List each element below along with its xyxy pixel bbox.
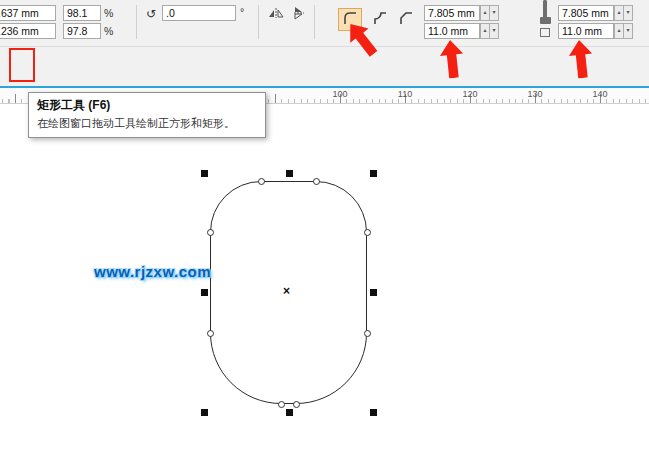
corner-tl-spinner[interactable]: ▴ ▾ [481, 5, 499, 21]
lock-icon [540, 2, 551, 24]
tooltip-title: 矩形工具 (F6) [37, 97, 257, 114]
spinner-down-button[interactable]: ▾ [623, 5, 633, 21]
watermark-text: www.rjzxw.com [94, 263, 211, 280]
separator [136, 5, 137, 39]
chamfered-corner-button[interactable] [394, 8, 418, 31]
rotation-angle-field[interactable]: .0 [162, 5, 236, 21]
tooltip-body: 在绘图窗口拖动工具绘制正方形和矩形。 [37, 116, 257, 131]
tooltip: 矩形工具 (F6) 在绘图窗口拖动工具绘制正方形和矩形。 [28, 92, 266, 138]
percent-label: % [104, 25, 113, 37]
corner-radius-top-right-field[interactable]: 7.805 mm [558, 5, 614, 21]
relative-corner-scaling-icon [540, 28, 550, 37]
curve-node[interactable] [207, 229, 214, 236]
edit-corners-together-lock-button[interactable] [536, 4, 554, 22]
selection-handle[interactable] [370, 170, 377, 177]
selection-handle[interactable] [286, 170, 293, 177]
selection-handle[interactable] [370, 289, 377, 296]
scale-y-field[interactable]: 97.8 [63, 23, 101, 39]
object-position-x-field[interactable]: .637 mm [0, 5, 56, 21]
corner-bl-spinner[interactable]: ▴ ▾ [481, 23, 499, 39]
scalloped-corner-button[interactable] [368, 8, 392, 31]
spinner-down-button[interactable]: ▾ [623, 23, 633, 39]
mirror-vertical-button[interactable] [289, 6, 309, 23]
ruler-label: 130 [527, 89, 542, 99]
ruler-label: 120 [462, 89, 477, 99]
curve-node[interactable] [313, 178, 320, 185]
selection-handle[interactable] [370, 409, 377, 416]
toolbox: 字 [0, 46, 649, 86]
mirror-horizontal-icon [268, 7, 284, 22]
curve-node[interactable] [258, 178, 265, 185]
curve-node[interactable] [293, 401, 300, 408]
corner-radius-bottom-right-field[interactable]: 11.0 mm [558, 23, 614, 39]
ruler-label: 100 [332, 89, 347, 99]
red-arrow-annotation [567, 39, 595, 79]
corner-radius-top-left-field[interactable]: 7.805 mm [424, 5, 480, 21]
ruler-label: 140 [592, 89, 607, 99]
scale-x-field[interactable]: 98.1 [63, 5, 101, 21]
degree-label: ° [240, 6, 244, 18]
selection-handle[interactable] [201, 170, 208, 177]
selection-handle[interactable] [286, 409, 293, 416]
rectangle-tool-highlight-annotation [9, 48, 35, 82]
rotation-icon: ↺ [146, 7, 156, 21]
separator [258, 5, 259, 39]
selection-handle[interactable] [201, 289, 208, 296]
chamfered-corner-icon [399, 11, 413, 28]
percent-label: % [104, 7, 113, 19]
corner-br-spinner[interactable]: ▴ ▾ [615, 23, 633, 39]
mirror-horizontal-button[interactable] [266, 6, 286, 23]
spinner-down-button[interactable]: ▾ [489, 23, 499, 39]
selection-handle[interactable] [201, 409, 208, 416]
property-bar: .637 mm .236 mm 98.1 97.8 % % ↺ .0 ° [0, 0, 649, 46]
scalloped-corner-icon [373, 11, 387, 28]
app-window: .637 mm .236 mm 98.1 97.8 % % ↺ .0 ° [0, 0, 649, 468]
object-position-y-field[interactable]: .236 mm [0, 23, 56, 39]
drawing-canvas[interactable]: × www.rjzxw.com [0, 104, 649, 468]
red-arrow-annotation [438, 39, 466, 79]
rotation-center-marker[interactable]: × [283, 284, 290, 298]
curve-node[interactable] [364, 330, 371, 337]
mirror-vertical-icon [293, 6, 305, 23]
corner-tr-spinner[interactable]: ▴ ▾ [615, 5, 633, 21]
separator [314, 5, 315, 39]
curve-node[interactable] [207, 330, 214, 337]
curve-node[interactable] [364, 229, 371, 236]
corner-radius-bottom-left-field[interactable]: 11.0 mm [424, 23, 480, 39]
spinner-down-button[interactable]: ▾ [489, 5, 499, 21]
curve-node[interactable] [278, 401, 285, 408]
relative-corner-scaling-button[interactable] [536, 24, 554, 40]
ruler-label: 110 [398, 89, 412, 99]
